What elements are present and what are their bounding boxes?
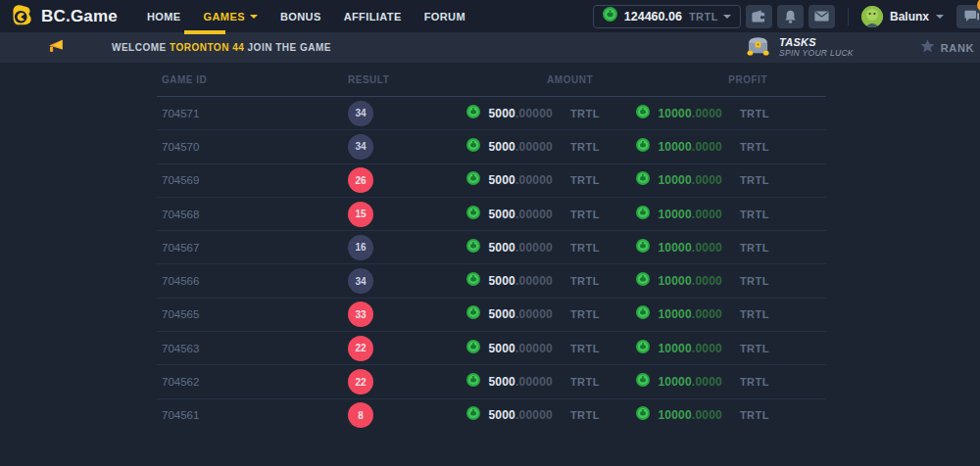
wallet-icon <box>752 10 766 23</box>
profit-currency: TRTL <box>740 409 769 421</box>
result-badge: 33 <box>348 302 373 327</box>
amount-int: 5000 <box>488 274 515 288</box>
trtl-coin-icon <box>636 340 650 357</box>
result-badge: 34 <box>348 101 373 126</box>
game-id-cell: 704570 <box>157 141 348 153</box>
trtl-coin-icon <box>466 105 480 122</box>
header-profit: PROFIT <box>603 74 826 85</box>
trtl-coin-icon <box>466 206 480 223</box>
trtl-coin-icon <box>466 340 480 357</box>
star-icon <box>920 39 935 57</box>
amount-dec: .00000 <box>515 408 553 422</box>
profit-currency: TRTL <box>740 308 769 320</box>
user-menu[interactable]: Balunx <box>861 6 944 27</box>
nav-item-affiliate[interactable]: AFFILIATE <box>344 11 402 23</box>
nav-item-games[interactable]: GAMES <box>204 11 258 23</box>
table-row[interactable]: 704567 16 5000.00000 TRTL <box>157 230 826 263</box>
balance-currency: TRTL <box>689 11 718 23</box>
result-badge: 34 <box>348 268 373 294</box>
game-id-cell: 704565 <box>157 308 348 320</box>
game-id-cell: 704562 <box>157 376 348 388</box>
game-id-cell: 704571 <box>157 108 348 119</box>
mail-icon <box>814 11 829 22</box>
header-game-id: GAME ID <box>157 74 348 85</box>
amount-currency: TRTL <box>570 242 600 254</box>
chat-icon <box>964 10 979 23</box>
tasks-subtitle: SPIN YOUR LUCK <box>779 49 854 59</box>
profit-int: 10000 <box>658 241 691 255</box>
profit-int: 10000 <box>658 140 691 154</box>
amount-dec: .00000 <box>515 307 553 321</box>
profit-int: 10000 <box>658 342 691 355</box>
profit-currency: TRTL <box>740 275 769 287</box>
amount-int: 5000 <box>488 241 515 255</box>
table-row[interactable]: 704561 8 5000.00000 TRTL <box>157 398 826 432</box>
table-row[interactable]: 704566 34 5000.00000 TRTL <box>157 263 826 297</box>
amount-int: 5000 <box>488 375 515 389</box>
amount-dec: .00000 <box>515 274 553 288</box>
topbar-right: 124460.06 TRTL <box>593 5 980 28</box>
chevron-down-icon <box>250 15 258 19</box>
amount-dec: .00000 <box>515 107 553 120</box>
result-badge: 15 <box>348 202 373 227</box>
profit-int: 10000 <box>658 173 691 187</box>
result-badge: 22 <box>348 336 373 361</box>
megaphone-icon <box>46 38 65 58</box>
table-row[interactable]: 704569 26 5000.00000 TRTL <box>157 163 826 197</box>
chat-button[interactable]: 10 <box>956 5 980 28</box>
profit-currency: TRTL <box>740 108 769 119</box>
trtl-coin-icon <box>466 373 480 391</box>
amount-dec: .00000 <box>515 342 553 355</box>
notifications-button[interactable] <box>777 5 804 28</box>
profit-currency: TRTL <box>740 343 769 354</box>
result-badge: 22 <box>348 369 373 395</box>
amount-currency: TRTL <box>570 376 600 388</box>
profit-dec: .0000 <box>692 140 722 154</box>
amount-int: 5000 <box>488 307 515 321</box>
amount-dec: .00000 <box>515 375 553 389</box>
treasure-chest-icon <box>746 34 772 61</box>
profit-int: 10000 <box>658 375 691 389</box>
mail-button[interactable] <box>808 5 835 28</box>
rank-button[interactable]: RANK <box>920 39 974 57</box>
profit-dec: .0000 <box>692 408 722 422</box>
table-row[interactable]: 704568 15 5000.00000 TRTL <box>157 197 826 230</box>
rank-label: RANK <box>941 42 974 54</box>
trtl-coin-icon <box>466 305 480 323</box>
table-row[interactable]: 704563 22 5000.00000 TRTL <box>157 331 826 364</box>
announcement-right: TASKS SPIN YOUR LUCK RANK <box>746 34 980 61</box>
amount-dec: .00000 <box>515 208 553 221</box>
table-row[interactable]: 704571 34 5000.00000 TRTL <box>157 96 826 129</box>
trtl-coin-icon <box>466 239 480 256</box>
trtl-coin-icon <box>636 105 650 122</box>
trtl-coin-icon <box>636 239 650 256</box>
game-id-cell: 704561 <box>157 409 348 421</box>
brand-name: BC.Game <box>41 7 118 26</box>
bcgame-logo-icon <box>10 3 33 30</box>
chevron-down-icon <box>936 15 944 19</box>
avatar <box>861 6 883 27</box>
trtl-coin-icon <box>636 272 650 290</box>
profit-int: 10000 <box>658 274 691 288</box>
nav-item-forum[interactable]: FORUM <box>424 11 466 23</box>
announcement-highlight: TORONTON 44 <box>170 42 244 53</box>
nav-item-home[interactable]: HOME <box>147 11 181 23</box>
table-row[interactable]: 704570 34 5000.00000 TRTL <box>157 129 826 163</box>
trtl-coin-icon <box>466 138 480 156</box>
table-row[interactable]: 704562 22 5000.00000 TRTL <box>157 364 826 397</box>
balance-selector[interactable]: 124460.06 TRTL <box>593 5 741 28</box>
result-badge: 8 <box>348 402 373 428</box>
game-id-cell: 704567 <box>157 242 348 254</box>
table-row[interactable]: 704565 33 5000.00000 TRTL <box>157 298 826 331</box>
tasks-button[interactable]: TASKS SPIN YOUR LUCK <box>746 34 854 61</box>
brand-logo[interactable]: BC.Game <box>10 3 118 30</box>
top-bar: BC.Game HOMEGAMESBONUSAFFILIATEFORUM 124… <box>0 0 980 32</box>
game-id-cell: 704569 <box>157 174 348 186</box>
profit-dec: .0000 <box>692 173 722 187</box>
profit-int: 10000 <box>658 208 691 221</box>
profit-dec: .0000 <box>692 342 722 355</box>
wallet-button[interactable] <box>746 5 772 28</box>
nav-item-bonus[interactable]: BONUS <box>280 11 321 23</box>
main-content: GAME ID RESULT AMOUNT PROFIT 704571 34 5… <box>0 63 980 466</box>
profit-dec: .0000 <box>692 241 722 255</box>
